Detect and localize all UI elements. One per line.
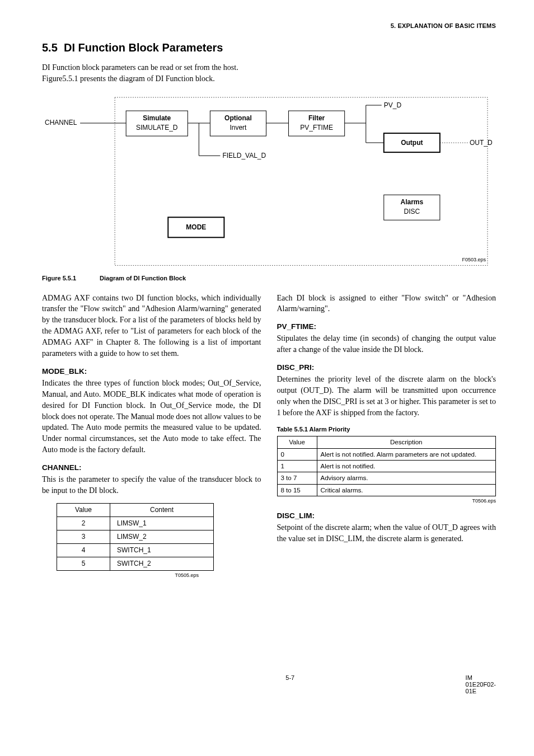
priority-table-note: T0506.eps <box>277 497 496 505</box>
section-name: DI Function Block Parameters <box>64 41 223 54</box>
right-intro: Each DI block is assigned to either "Flo… <box>277 293 496 315</box>
page-footer: 5-7 IM 01E20F02-01E <box>42 674 496 694</box>
table-row: 8 to 15Critical alarms. <box>277 484 496 496</box>
simulate-title: Simulate <box>143 114 171 122</box>
disc-pri-heading: DISC_PRI: <box>277 362 496 373</box>
di-function-block-diagram: CHANNEL Simulate SIMULATE_D Optional Inv… <box>42 94 496 267</box>
section-number: 5.5 <box>42 41 58 54</box>
channel-heading: CHANNEL: <box>42 462 261 473</box>
optional-title: Optional <box>224 114 252 122</box>
filter-sub: PV_FTIME <box>300 124 333 132</box>
out-d-label: OUT_D <box>470 139 493 147</box>
pv-ftime-paragraph: Stipulates the delay time (in seconds) o… <box>277 333 496 355</box>
output-title: Output <box>401 139 423 147</box>
disc-pri-paragraph: Deternines the priority level of the dis… <box>277 374 496 419</box>
section-title: 5.5 DI Function Block Parameters <box>42 41 496 54</box>
table-row: 3LIMSW_2 <box>57 530 214 544</box>
filter-title: Filter <box>308 114 325 122</box>
intro-paragraph: DI Function block parameters can be read… <box>42 62 266 84</box>
table-row: 4SWITCH_1 <box>57 544 214 557</box>
simulate-sub: SIMULATE_D <box>136 124 178 132</box>
left-intro: ADMAG AXF contains two DI function block… <box>42 293 261 359</box>
disc-lim-paragraph: Setpoint of the discrete alarm; when the… <box>277 522 496 544</box>
left-column: ADMAG AXF contains two DI function block… <box>42 293 261 579</box>
table-row: 0Alert is not notified. Alarm parameters… <box>277 448 496 460</box>
diagram-container: CHANNEL Simulate SIMULATE_D Optional Inv… <box>42 94 496 270</box>
channel-table: Value Content 2LIMSW_1 3LIMSW_2 4SWITCH_… <box>57 503 214 571</box>
table-row: 1Alert is not notified. <box>277 461 496 472</box>
priority-table: Value Description 0Alert is not notified… <box>277 436 496 496</box>
page-number: 5-7 <box>42 674 466 694</box>
mode-blk-paragraph: Indicates the three types of function bl… <box>42 378 261 456</box>
mode-title: MODE <box>186 223 206 231</box>
priority-header-value: Value <box>277 436 317 448</box>
mode-blk-heading: MODE_BLK: <box>42 366 261 377</box>
pv-d-label: PV_D <box>384 101 402 109</box>
doc-number: IM 01E20F02-01E <box>466 674 496 694</box>
figure-title: Diagram of DI Function Block <box>100 275 186 281</box>
channel-label: CHANNEL <box>45 119 77 126</box>
page: 5. EXPLANATION OF BASIC ITEMS 5.5 DI Fun… <box>0 0 534 711</box>
optional-sub: Invert <box>229 124 247 132</box>
table-header-row: Value Description <box>277 436 496 448</box>
channel-paragraph: This is the parameter to specify the val… <box>42 474 261 496</box>
channel-table-note: T0505.eps <box>42 572 199 579</box>
right-column: Each DI block is assigned to either "Flo… <box>277 293 496 579</box>
diagram-filename: F0503.eps <box>462 257 486 263</box>
alarms-title: Alarms <box>400 198 423 206</box>
disc-lim-heading: DISC_LIM: <box>277 510 496 521</box>
table-row: 2LIMSW_1 <box>57 517 214 530</box>
channel-header-content: Content <box>110 504 214 517</box>
alarms-sub: DISC <box>404 208 420 215</box>
figure-number: Figure 5.5.1 <box>42 275 98 281</box>
channel-header-value: Value <box>57 504 110 517</box>
chapter-header: 5. EXPLANATION OF BASIC ITEMS <box>42 22 496 29</box>
table-header-row: Value Content <box>57 504 214 517</box>
pv-ftime-heading: PV_FTIME: <box>277 321 496 332</box>
priority-header-desc: Description <box>317 436 496 448</box>
figure-caption: Figure 5.5.1 Diagram of DI Function Bloc… <box>42 275 496 281</box>
priority-table-caption: Table 5.5.1 Alarm Priority <box>277 425 496 434</box>
field-val-d-label: FIELD_VAL_D <box>222 152 266 159</box>
content-columns: ADMAG AXF contains two DI function block… <box>42 293 496 579</box>
table-row: 3 to 7Advisory alarms. <box>277 472 496 484</box>
table-row: 5SWITCH_2 <box>57 557 214 571</box>
